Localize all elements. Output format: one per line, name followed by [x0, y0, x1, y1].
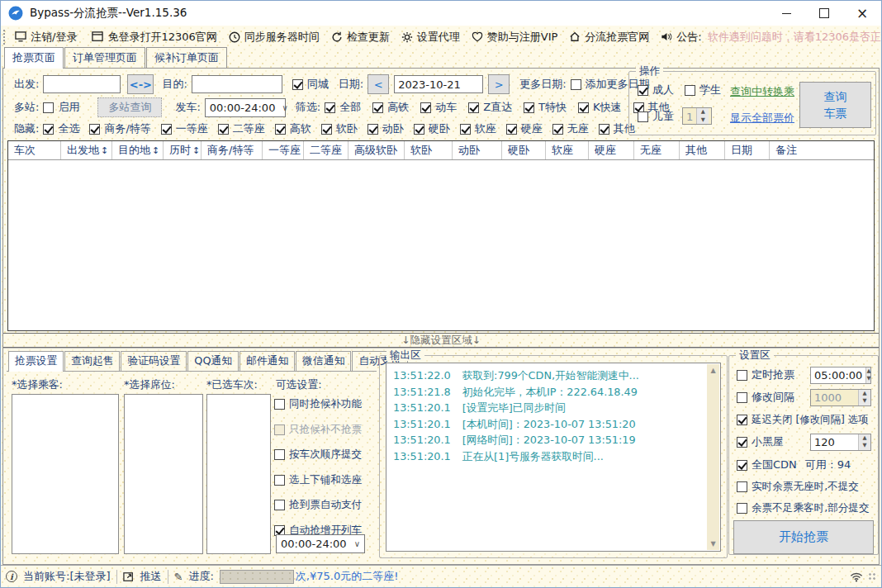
hidden-settings-toggle[interactable]: ↓隐藏设置区域↓ — [3, 333, 879, 348]
hide-checkbox[interactable]: 全选 — [43, 121, 79, 136]
grab-time-range-select[interactable]: 00:00-24:00 ∨ — [276, 534, 365, 553]
minimize-button[interactable] — [767, 1, 805, 26]
interval-stepper[interactable]: 1000▲▼ — [810, 389, 871, 406]
blackroom-stepper[interactable]: 120▲▼ — [810, 434, 871, 451]
column-header[interactable]: 目的地↕ — [112, 141, 164, 159]
vip-button[interactable]: 赞助与注册VIP — [466, 30, 564, 45]
transfer-query-link[interactable]: 查询中转换乘 — [730, 84, 794, 99]
blackroom-checkbox[interactable]: 小黑屋 — [737, 434, 784, 449]
spin-down-icon[interactable]: ▼ — [859, 397, 870, 405]
column-header[interactable]: 其他 — [680, 141, 725, 159]
scroll-up-icon[interactable]: ▲ — [710, 364, 715, 377]
option-checkbox[interactable]: 只抢候补不抢票 — [274, 423, 375, 437]
prev-date-button[interactable]: < — [368, 74, 389, 94]
logout-login-button[interactable]: 注销/登录 — [9, 30, 83, 45]
seat-listbox[interactable] — [124, 394, 203, 554]
hide-checkbox[interactable]: 软座 — [460, 121, 496, 136]
column-header[interactable]: 无座 — [634, 141, 680, 159]
tab-sale-time-query[interactable]: 查询起售 — [64, 351, 120, 371]
spin-down-icon[interactable]: ▼ — [859, 442, 870, 450]
hide-checkbox[interactable]: 高软 — [275, 121, 311, 136]
column-header[interactable]: 软座 — [546, 141, 589, 159]
multi-enable-checkbox[interactable]: 启用 — [43, 100, 79, 115]
selected-train-listbox[interactable] — [206, 394, 271, 554]
column-header[interactable]: 备注 — [770, 141, 874, 159]
column-header[interactable]: 高级软卧 — [349, 141, 405, 159]
filter-checkbox[interactable]: T特快 — [524, 100, 567, 115]
resize-grip[interactable] — [868, 572, 876, 581]
hide-checkbox[interactable]: 动卧 — [368, 121, 404, 136]
from-input[interactable] — [43, 75, 121, 93]
to-input[interactable] — [192, 75, 282, 93]
push-button[interactable]: 推送 — [140, 569, 162, 584]
hide-checkbox[interactable]: 商务/特等 — [89, 121, 150, 136]
check-update-button[interactable]: 检查更新 — [325, 30, 396, 45]
close-button[interactable]: × — [843, 1, 881, 26]
tab-grab-settings[interactable]: 抢票设置 — [8, 351, 64, 372]
show-all-price-link[interactable]: 显示全部票价 — [730, 111, 794, 126]
adult-checkbox[interactable]: 成人 — [638, 83, 674, 97]
filter-checkbox[interactable]: 全部 — [325, 100, 361, 115]
sync-time-button[interactable]: 同步服务器时间 — [223, 30, 325, 45]
spin-down-icon[interactable]: ▼ — [866, 375, 870, 383]
set-proxy-button[interactable]: 设置代理 — [396, 30, 466, 45]
hide-checkbox[interactable]: 硬座 — [506, 121, 543, 136]
no-seat-checkbox[interactable]: 实时余票无座时,不提交 — [737, 480, 859, 494]
option-checkbox[interactable]: 抢到票自动支付 — [274, 498, 375, 512]
official-site-button[interactable]: 分流抢票官网 — [563, 30, 655, 45]
maximize-button[interactable] — [805, 1, 843, 26]
start-grab-button[interactable]: 开始抢票 — [733, 520, 874, 554]
option-checkbox[interactable]: 按车次顺序提交 — [274, 448, 375, 462]
open-12306-button[interactable]: 免登录打开12306官网 — [86, 30, 222, 45]
tab-order-management-page[interactable]: 订单管理页面 — [64, 47, 145, 68]
column-header[interactable]: 硬座 — [589, 141, 634, 159]
column-header[interactable]: 历时↕ — [164, 141, 202, 159]
column-header[interactable]: 商务/特等 — [202, 141, 263, 159]
passenger-listbox[interactable] — [12, 394, 119, 554]
hide-checkbox[interactable]: 二等座 — [218, 121, 265, 136]
tab-email-notify[interactable]: 邮件通知 — [239, 351, 295, 371]
column-header[interactable]: 硬卧 — [502, 141, 546, 159]
modify-interval-checkbox[interactable]: 修改间隔 — [737, 390, 794, 405]
hide-checkbox[interactable]: 硬卧 — [414, 121, 450, 136]
column-header[interactable]: 一等座 — [263, 141, 304, 159]
next-date-button[interactable]: > — [488, 74, 510, 94]
same-city-checkbox[interactable]: 同城 — [292, 77, 329, 92]
train-table-body[interactable] — [8, 160, 874, 331]
timed-grab-checkbox[interactable]: 定时抢票 — [737, 368, 794, 382]
filter-checkbox[interactable]: K快速 — [578, 100, 622, 115]
tab-grab-page[interactable]: 抢票页面 — [4, 47, 64, 69]
multi-query-button[interactable]: 多站查询 — [97, 97, 162, 117]
filter-checkbox[interactable]: 动车 — [420, 100, 457, 115]
student-checkbox[interactable]: 学生 — [685, 83, 721, 97]
toolbar-grip[interactable] — [3, 30, 5, 45]
query-ticket-button[interactable]: 查询 车票 — [799, 82, 871, 128]
cdn-checkbox[interactable]: 全国CDN — [737, 458, 797, 472]
column-header[interactable]: 软卧 — [405, 141, 453, 159]
filter-checkbox[interactable]: 高铁 — [372, 100, 409, 115]
scroll-down-icon[interactable]: ▼ — [710, 538, 715, 550]
column-header[interactable]: 二等座 — [304, 141, 349, 159]
spin-up-icon[interactable]: ▲ — [697, 108, 709, 116]
hide-checkbox[interactable]: 无座 — [552, 121, 589, 136]
depart-time-select[interactable]: 00:00-24:00 ∨ — [205, 98, 286, 117]
hide-checkbox[interactable]: 软卧 — [321, 121, 358, 136]
date-input[interactable]: 2023-10-21 — [394, 75, 483, 93]
timed-grab-time-stepper[interactable]: 05:00:00▲▼ — [810, 367, 871, 384]
option-checkbox[interactable]: 选上下铺和选座 — [274, 473, 375, 487]
tab-wechat-notify[interactable]: 微信通知 — [296, 351, 351, 371]
column-header[interactable]: 日期 — [725, 141, 770, 159]
spin-up-icon[interactable]: ▲ — [859, 434, 870, 443]
option-checkbox[interactable]: 同时抢候补功能 — [274, 397, 375, 411]
column-header[interactable]: 动卧 — [453, 141, 502, 159]
column-header[interactable]: 车次 — [8, 141, 61, 159]
delay-close-checkbox[interactable]: 延迟关闭 [修改间隔] 选项 — [737, 413, 868, 427]
filter-checkbox[interactable]: Z直达 — [468, 100, 512, 115]
child-checkbox[interactable]: 儿童 — [638, 109, 674, 124]
partial-submit-checkbox[interactable]: 余票不足乘客时,部分提交 — [737, 501, 870, 515]
child-count-stepper[interactable]: 1 ▲▼ — [682, 107, 712, 125]
swap-stations-button[interactable]: <-> — [127, 74, 154, 94]
tab-waitlist-order-page[interactable]: 候补订单页面 — [146, 47, 227, 68]
output-scrollbar[interactable]: ▲ ▼ — [707, 364, 719, 550]
spin-down-icon[interactable]: ▼ — [697, 116, 709, 125]
